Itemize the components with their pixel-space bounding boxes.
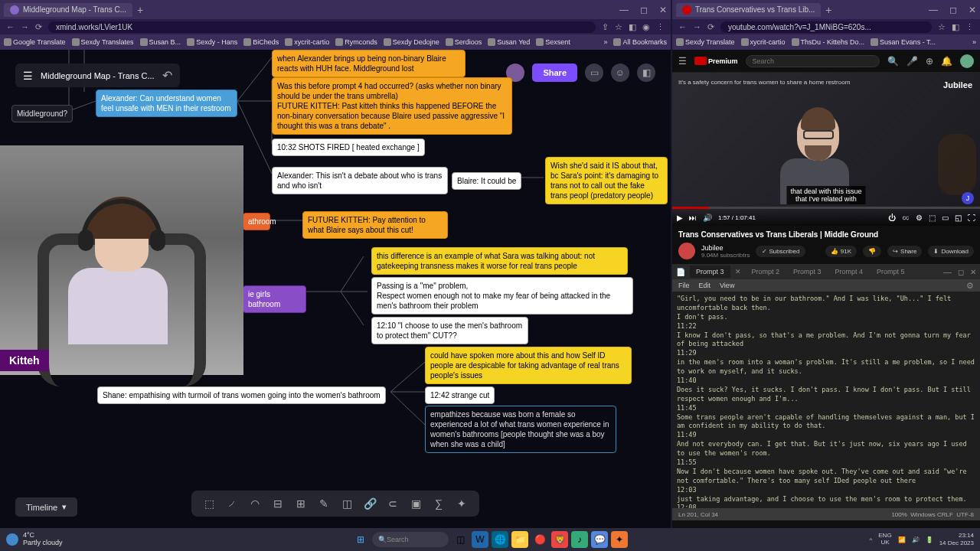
app-word-icon[interactable]: W — [472, 531, 488, 548]
bookmark[interactable]: Susan Yed — [488, 38, 530, 46]
node-empathizes[interactable]: empathizes because was born a female so … — [425, 406, 616, 453]
extension-icon[interactable]: ◧ — [952, 22, 959, 32]
tool-note-icon[interactable]: ✎ — [317, 497, 331, 510]
miniplayer-icon[interactable]: ⬚ — [929, 214, 936, 222]
tool-image-icon[interactable]: ▣ — [409, 497, 423, 510]
bookmark[interactable]: Google Translate — [4, 38, 66, 46]
reload-button[interactable]: ⟳ — [35, 22, 42, 32]
node-root[interactable]: Middleground? — [11, 105, 73, 122]
node-1032-shots[interactable]: 10:32 SHOTS FIRED [ heated exchange ] — [272, 139, 425, 156]
new-tab-button[interactable]: + — [825, 4, 831, 16]
clock-time[interactable]: 23:14 — [939, 532, 974, 540]
maximize-button[interactable]: ◻ — [640, 5, 648, 15]
bookmark[interactable]: Sexdy Dedojne — [384, 38, 439, 46]
bookmark[interactable]: xycrit-cartio — [741, 38, 786, 46]
editor-close-icon[interactable]: ✕ — [970, 268, 976, 276]
timeline-button[interactable]: Timeline▾ — [15, 497, 77, 517]
star-icon[interactable]: ☆ — [938, 22, 946, 32]
settings-icon[interactable]: ⚙ — [966, 281, 974, 291]
tool-label-icon[interactable]: ◫ — [340, 497, 354, 510]
clock-date[interactable]: 14 Dec 2023 — [939, 540, 974, 547]
emoji-icon[interactable]: ☺ — [611, 64, 629, 82]
minimize-button[interactable]: — — [619, 5, 629, 15]
editor-min-icon[interactable]: — — [943, 267, 952, 276]
node-difference[interactable]: this difference is an example of what Sa… — [371, 247, 628, 275]
editor-tab[interactable]: Prompt 3 — [690, 266, 730, 278]
star-icon[interactable]: ☆ — [615, 22, 622, 32]
taskbar-search[interactable]: 🔍 Search — [372, 532, 449, 547]
tool-equation-icon[interactable]: ∑ — [432, 497, 446, 510]
editor-tab[interactable]: Prompt 2 — [746, 266, 786, 278]
node-1210-choose[interactable]: 12:10 "I choose to use the men's bathroo… — [371, 317, 528, 344]
bookmark[interactable]: Rymconds — [335, 38, 377, 46]
node-when-alexander[interactable]: when Alexander brings up being non-binar… — [272, 50, 466, 77]
tray-chevron-icon[interactable]: ^ — [870, 536, 873, 543]
all-bookmarks[interactable]: All Bookmarks — [613, 38, 667, 46]
tool-relation-icon[interactable]: ⟋ — [225, 497, 239, 510]
menu-file[interactable]: File — [678, 282, 690, 289]
node-athroom[interactable]: athroom — [243, 213, 270, 230]
node-was-this-before[interactable]: Was this before prompt 4 had occurred? (… — [272, 77, 512, 135]
menu-icon[interactable]: ⋮ — [656, 22, 665, 32]
youtube-logo[interactable]: Premium — [694, 57, 738, 65]
editor-tab[interactable]: Prompt 4 — [829, 266, 870, 278]
share-button[interactable]: Share — [532, 64, 577, 82]
weather-widget[interactable]: 4°C Partly cloudy — [6, 532, 63, 547]
node-blaire-could[interactable]: Blaire: It could be — [452, 172, 521, 190]
autoplay-toggle[interactable]: ⏻ — [888, 214, 896, 222]
undo-icon[interactable]: ↶ — [162, 68, 172, 83]
bookmark[interactable]: Susan Evans - T... — [871, 38, 936, 46]
next-button[interactable]: ⏭ — [689, 214, 697, 222]
new-tab-button[interactable]: + — [137, 4, 143, 16]
tab-close-icon[interactable]: ✕ — [735, 268, 741, 276]
tool-ai-icon[interactable]: ✦ — [455, 497, 469, 510]
bookmark-more[interactable]: » — [972, 38, 976, 46]
dislike-button[interactable]: 👎 — [863, 246, 881, 257]
bookmark-more[interactable]: » — [603, 38, 607, 46]
lang-indicator[interactable]: ENG UK — [878, 533, 891, 546]
node-passing[interactable]: Passing is a "me" problem, Respect women… — [371, 277, 633, 315]
share-icon[interactable]: ⇪ — [602, 22, 609, 32]
tool-summary-icon[interactable]: ⊟ — [271, 497, 285, 510]
tool-boundary-icon[interactable]: ◠ — [248, 497, 262, 510]
app-discord-icon[interactable]: 💬 — [591, 531, 608, 548]
browser-tab[interactable]: Trans Conservatives vs Trans Lib... — [676, 3, 821, 17]
editor-tab[interactable]: Prompt 5 — [871, 266, 911, 278]
start-button[interactable]: ⊞ — [352, 531, 369, 548]
minimize-button[interactable]: — — [929, 5, 938, 15]
hamburger-icon[interactable]: ☰ — [678, 56, 687, 67]
tool-attach-icon[interactable]: ⊂ — [386, 497, 400, 510]
create-icon[interactable]: ⊕ — [926, 56, 933, 67]
node-shane[interactable]: Shane: empathising with turmoil of trans… — [97, 386, 386, 404]
like-button[interactable]: 👍 91K — [825, 246, 857, 257]
bookmark[interactable]: BiCheds — [243, 38, 279, 46]
tool-marker-icon[interactable]: ⊞ — [294, 497, 308, 510]
menu-edit[interactable]: Edit — [699, 282, 711, 289]
back-button[interactable]: ← — [6, 22, 15, 31]
profile-avatar[interactable] — [960, 54, 974, 68]
theater-icon[interactable]: ▭ — [942, 214, 949, 222]
download-button[interactable]: ⬇ Download — [928, 246, 974, 257]
menu-icon[interactable]: ⋮ — [965, 22, 974, 32]
subscribe-button[interactable]: ✓ Subscribed — [756, 246, 805, 257]
node-alexander-debate[interactable]: Alexander: This isn't a debate about who… — [272, 167, 448, 194]
forward-button[interactable]: → — [693, 22, 701, 31]
tool-select-icon[interactable]: ⬚ — [202, 497, 216, 510]
menu-icon[interactable]: ☰ — [23, 70, 33, 82]
app-explorer-icon[interactable]: 📁 — [511, 531, 528, 548]
bookmark[interactable]: xycrit-cartio — [285, 38, 329, 46]
cc-button[interactable]: ㏄ — [902, 212, 910, 223]
app-spotify-icon[interactable]: ♪ — [571, 531, 588, 548]
wifi-icon[interactable]: 📶 — [898, 536, 906, 543]
bookmark[interactable]: ThsDu - Kittehs Do... — [792, 38, 865, 46]
bookmark[interactable]: Sexdy - Hans — [187, 38, 237, 46]
share-button[interactable]: ↪ Share — [887, 246, 922, 257]
node-alexander-understand[interactable]: Alexander: Can understand women feel uns… — [96, 90, 237, 117]
extension-icon[interactable]: ◧ — [629, 22, 636, 32]
node-wish-said[interactable]: Wish she'd said it IS about that, bc Sar… — [545, 157, 668, 204]
profile-icon[interactable]: ◉ — [642, 22, 650, 32]
app-xmind-icon[interactable]: ✦ — [611, 531, 628, 548]
editor-max-icon[interactable]: ◻ — [958, 268, 964, 276]
tool-link-icon[interactable]: 🔗 — [363, 497, 377, 510]
back-button[interactable]: ← — [678, 22, 687, 31]
